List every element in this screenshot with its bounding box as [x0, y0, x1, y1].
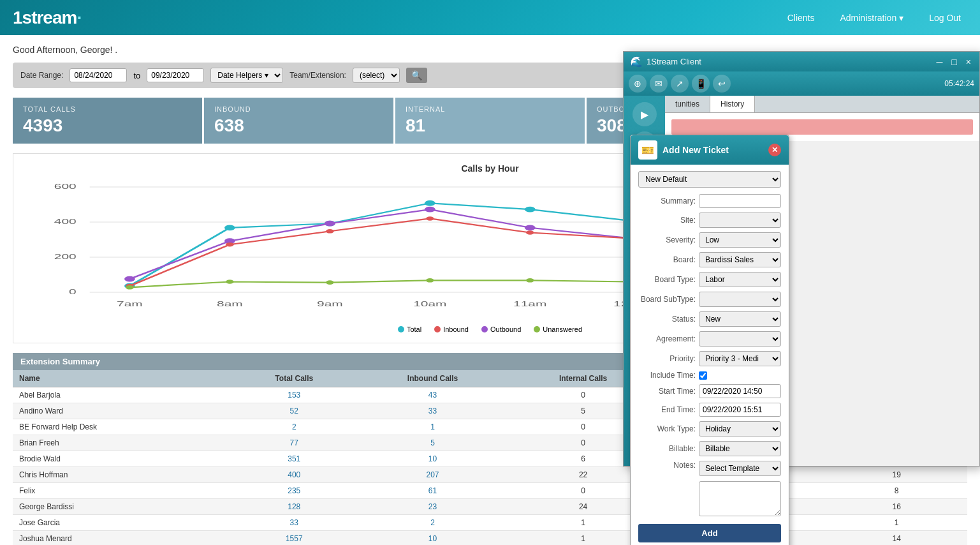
cell-inbound[interactable]: 10: [356, 531, 509, 546]
client-title: 1Stream Client: [647, 57, 701, 66]
stat-inbound: INBOUND 638: [204, 98, 393, 144]
end-time-input[interactable]: [699, 403, 781, 417]
cell-inbound[interactable]: 2: [356, 515, 509, 531]
start-time-row: Start Time:: [665, 384, 781, 398]
cell-name: Felix: [13, 483, 233, 499]
cell-total[interactable]: 77: [233, 435, 356, 451]
cell-total[interactable]: 33: [233, 515, 356, 531]
cell-total[interactable]: 2: [233, 419, 356, 435]
stat-total: TOTAL CALLS 4393: [13, 98, 202, 144]
notes-row: Notes: Select Template: [665, 461, 781, 466]
cell-inbound[interactable]: 23: [356, 499, 509, 515]
cell-total[interactable]: 351: [233, 451, 356, 467]
cell-unanswered: 14: [826, 531, 967, 546]
cell-total[interactable]: 400: [233, 467, 356, 483]
client-content: 🎫 Add New Ticket ✕ New Default: [665, 113, 979, 141]
ticket-close-button[interactable]: ✕: [768, 144, 781, 156]
svg-point-46: [326, 280, 334, 285]
board-subtype-select[interactable]: [699, 292, 781, 307]
tab-opportunities[interactable]: tunities: [665, 96, 710, 112]
toolbar-icon-1[interactable]: ⊕: [629, 75, 647, 93]
toolbar-icon-4[interactable]: 📱: [692, 75, 710, 93]
toolbar-icon-2[interactable]: ✉: [650, 75, 668, 93]
notes-template-select[interactable]: Select Template: [699, 461, 781, 466]
date-from-input[interactable]: [69, 68, 127, 82]
work-type-select[interactable]: Holiday: [699, 421, 781, 437]
team-extension-select[interactable]: (select): [353, 68, 400, 83]
start-time-label: Start Time:: [665, 387, 696, 396]
cell-inbound[interactable]: 33: [356, 403, 509, 419]
table-row: Chris Hoffman 400 207 22 174 19: [13, 467, 967, 483]
template-select[interactable]: New Default: [665, 171, 781, 188]
status-row: Status: New: [665, 311, 781, 327]
close-window-button[interactable]: ×: [964, 57, 973, 67]
table-row: Felix 235 61 0 166 8: [13, 483, 967, 499]
include-time-checkbox[interactable]: [699, 371, 707, 380]
cell-inbound[interactable]: 5: [356, 435, 509, 451]
clients-link[interactable]: Clients: [781, 9, 821, 27]
legend-outbound: Outbound: [481, 325, 521, 333]
date-helpers-select[interactable]: Date Helpers ▾: [210, 68, 283, 83]
cell-unanswered: 1: [826, 515, 967, 531]
stat-inbound-value: 638: [214, 116, 383, 136]
ticket-modal-header: 🎫 Add New Ticket ✕: [665, 135, 789, 165]
maximize-button[interactable]: □: [949, 57, 958, 67]
board-label: Board:: [665, 255, 696, 264]
legend-outbound-label: Outbound: [490, 325, 521, 333]
board-type-select[interactable]: Labor: [699, 272, 781, 287]
cell-total[interactable]: 235: [233, 483, 356, 499]
site-select[interactable]: [699, 213, 781, 228]
logout-link[interactable]: Log Out: [923, 9, 967, 27]
cell-inbound[interactable]: 207: [356, 467, 509, 483]
toolbar-icon-5[interactable]: ↩: [713, 75, 731, 93]
cell-name: Jose Garcia: [13, 515, 233, 531]
svg-text:8am: 8am: [217, 300, 243, 308]
board-type-row: Board Type: Labor: [665, 272, 781, 287]
client-logo-icon: 🌊: [630, 56, 643, 68]
cell-total[interactable]: 52: [233, 403, 356, 419]
sidebar-btn-1[interactable]: ▶: [633, 102, 657, 126]
notes-label: Notes:: [665, 461, 696, 466]
legend-inbound: Inbound: [434, 325, 469, 333]
status-label: Status:: [665, 315, 696, 324]
legend-unanswered-dot: [534, 326, 540, 332]
svg-point-30: [525, 225, 536, 230]
search-button[interactable]: 🔍: [406, 68, 427, 83]
client-tabs: tunities History: [665, 96, 979, 113]
work-type-row: Work Type: Holiday: [665, 421, 781, 437]
severity-select[interactable]: Low: [699, 232, 781, 248]
agreement-select[interactable]: [699, 331, 781, 347]
cell-total[interactable]: 153: [233, 387, 356, 403]
site-label: Site:: [665, 216, 696, 225]
svg-text:10am: 10am: [413, 300, 446, 308]
toolbar-icon-3[interactable]: ↗: [671, 75, 689, 93]
svg-point-45: [226, 280, 234, 284]
priority-select[interactable]: Priority 3 - Medi: [699, 351, 781, 366]
tab-history[interactable]: History: [710, 96, 755, 112]
svg-point-44: [126, 285, 134, 290]
billable-row: Billable: Billable: [665, 441, 781, 456]
date-to-input[interactable]: [147, 68, 204, 82]
summary-input[interactable]: [699, 194, 781, 208]
svg-point-47: [426, 278, 434, 283]
board-row: Board: Bardissi Sales: [665, 252, 781, 267]
stat-total-value: 4393: [23, 116, 192, 136]
cell-inbound[interactable]: 10: [356, 451, 509, 467]
billable-select[interactable]: Billable: [699, 441, 781, 456]
start-time-input[interactable]: [699, 384, 781, 398]
cell-total[interactable]: 1557: [233, 531, 356, 546]
status-select[interactable]: New: [699, 311, 781, 327]
cell-inbound[interactable]: 1: [356, 419, 509, 435]
minimize-button[interactable]: ─: [934, 57, 944, 67]
cell-inbound[interactable]: 61: [356, 483, 509, 499]
administration-menu[interactable]: Administration ▾: [833, 9, 910, 27]
include-time-row: Include Time:: [665, 371, 781, 380]
ticket-modal: 🎫 Add New Ticket ✕ New Default: [665, 135, 789, 466]
svg-point-29: [425, 207, 435, 213]
cell-inbound[interactable]: 43: [356, 387, 509, 403]
stat-internal-value: 81: [406, 116, 574, 136]
work-type-label: Work Type:: [665, 424, 696, 433]
cell-total[interactable]: 128: [233, 499, 356, 515]
board-select[interactable]: Bardissi Sales: [699, 252, 781, 267]
svg-point-39: [526, 230, 534, 235]
